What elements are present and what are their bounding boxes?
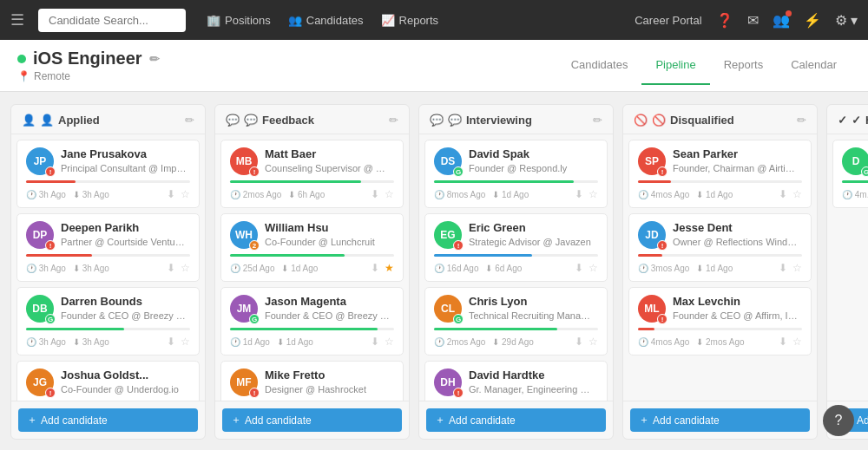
card-times: 🕐 2mos Ago ⬇ 29d Ago: [434, 337, 534, 347]
candidate-card[interactable]: MB ! Matt Baer Counseling Supervisor @ T…: [220, 140, 404, 208]
help-icon[interactable]: ❓: [716, 12, 733, 29]
star-empty-icon[interactable]: ☆: [792, 262, 802, 274]
download-icon[interactable]: ⬇: [779, 262, 787, 274]
candidate-card[interactable]: EG ! Eric Green Strategic Advisor @ Java…: [424, 213, 608, 282]
card-role: Partner @ Courtside Ventures: [61, 236, 187, 248]
star-empty-icon[interactable]: ☆: [589, 262, 598, 274]
download-icon[interactable]: ⬇: [779, 336, 787, 348]
add-candidate-btn-interviewing[interactable]: ＋ Add candidate: [426, 408, 606, 432]
candidate-card[interactable]: DH ! David Hardtke Gr. Manager, Engineer…: [424, 361, 608, 401]
card-meta: 🕐 3h Ago ⬇ 3h Ago ⬇ ☆: [26, 336, 190, 348]
download-icon[interactable]: ⬇: [371, 262, 379, 274]
column-header-applied: 👤 Applied ✏: [11, 105, 205, 134]
col-icon-applied: 👤: [40, 114, 54, 127]
settings-icon[interactable]: ⚙ ▾: [835, 12, 858, 29]
candidate-card[interactable]: JM G Jason Magenta Founder & CEO @ Breez…: [220, 287, 404, 355]
search-input[interactable]: [38, 9, 186, 32]
star-empty-icon[interactable]: ☆: [181, 336, 190, 348]
download-icon[interactable]: ⬇: [167, 262, 175, 274]
download-icon[interactable]: ⬇: [167, 188, 175, 200]
column-edit-applied[interactable]: ✏: [185, 114, 194, 127]
time-ago-2: ⬇ 6h Ago: [288, 190, 325, 199]
star-empty-icon[interactable]: ☆: [589, 188, 598, 200]
kanban-board: 👤 Applied ✏ JP ! Jane Prusakova Principa…: [0, 92, 868, 450]
tab-candidates[interactable]: Candidates: [557, 46, 642, 85]
card-role: Founder & CEO @ Affirm, Inc.: [673, 310, 799, 322]
column-edit-feedback[interactable]: ✏: [389, 114, 398, 127]
star-empty-icon[interactable]: ☆: [181, 262, 190, 274]
mail-icon[interactable]: ✉: [747, 12, 759, 29]
avatar: JD !: [638, 221, 666, 249]
candidate-card[interactable]: MF ! Mike Fretto Designer @ Hashrocket 🕐…: [220, 361, 404, 401]
column-edit-disqualified[interactable]: ✏: [797, 114, 806, 127]
add-candidate-btn-disqualified[interactable]: ＋ Add candidate: [630, 408, 810, 432]
card-info: Chris Lyon Technical Recruiting Manager …: [469, 295, 598, 322]
top-nav: ☰ 🏢 Positions 👥 Candidates 📈 Reports Car…: [0, 0, 868, 40]
progress-fill: [26, 180, 76, 183]
candidate-card[interactable]: WH 2 William Hsu Co-Founder @ Lunchcruit…: [220, 213, 404, 282]
menu-icon[interactable]: ☰: [10, 10, 24, 29]
candidate-card[interactable]: D G Dav... Co-Fo... 🕐 4m... ⬇ ☆: [832, 140, 868, 208]
tab-reports[interactable]: Reports: [710, 46, 778, 85]
progress-bar: [638, 328, 802, 330]
badge: !: [249, 388, 260, 398]
reports-link[interactable]: 📈 Reports: [381, 14, 439, 27]
card-info: Mike Fretto Designer @ Hashrocket: [265, 368, 394, 395]
card-actions: ⬇ ☆: [575, 188, 598, 200]
star-empty-icon[interactable]: ☆: [792, 336, 802, 348]
team-icon[interactable]: 👥: [773, 12, 790, 29]
positions-link[interactable]: 🏢 Positions: [207, 14, 271, 27]
download-icon[interactable]: ⬇: [371, 336, 379, 348]
bolt-icon[interactable]: ⚡: [804, 12, 821, 29]
download-icon[interactable]: ⬇: [575, 188, 583, 200]
badge: !: [249, 166, 260, 177]
column-edit-interviewing[interactable]: ✏: [593, 114, 602, 127]
tab-pipeline[interactable]: Pipeline: [641, 46, 709, 85]
candidate-card[interactable]: JG ! Joshua Goldst... Co-Founder @ Under…: [16, 361, 200, 401]
time-ago-1: 🕐 16d Ago: [434, 264, 478, 273]
avatar: SP !: [638, 147, 666, 175]
card-name: William Hsu: [265, 221, 394, 235]
card-actions: ⬇ ☆: [371, 336, 394, 348]
edit-icon[interactable]: ✏: [149, 52, 160, 66]
candidate-card[interactable]: DP ! Deepen Parikh Partner @ Courtside V…: [16, 213, 200, 282]
add-candidate-btn-applied[interactable]: ＋ Add candidate: [18, 408, 198, 432]
time-ago-2: ⬇ 3h Ago: [73, 190, 109, 199]
card-actions: ⬇ ☆: [167, 188, 190, 200]
download-icon[interactable]: ⬇: [167, 336, 175, 348]
star-filled-icon[interactable]: ★: [385, 262, 394, 274]
job-location: 📍 Remote: [17, 70, 557, 82]
add-candidate-btn-feedback[interactable]: ＋ Add candidate: [222, 408, 402, 432]
card-actions: ⬇ ☆: [167, 262, 190, 274]
career-portal-link[interactable]: Career Portal: [635, 14, 701, 27]
candidate-card[interactable]: ML ! Max Levchin Founder & CEO @ Affirm,…: [628, 287, 812, 355]
time-ago-1: 🕐 25d Ago: [230, 264, 274, 273]
col-icon-feedback: 💬: [244, 114, 258, 127]
star-empty-icon[interactable]: ☆: [589, 336, 598, 348]
star-empty-icon[interactable]: ☆: [792, 188, 802, 200]
progress-fill: [230, 254, 345, 257]
candidate-card[interactable]: DB G Darren Bounds Founder & CEO @ Breez…: [16, 287, 200, 355]
star-empty-icon[interactable]: ☆: [385, 336, 394, 348]
download-icon[interactable]: ⬇: [575, 262, 583, 274]
download-icon[interactable]: ⬇: [575, 336, 583, 348]
tab-calendar[interactable]: Calendar: [777, 46, 851, 85]
progress-bar: [26, 180, 190, 183]
column-body-applied: JP ! Jane Prusakova Principal Consultant…: [11, 134, 205, 401]
candidate-card[interactable]: JD ! Jesse Dent Owner @ Reflections Wind…: [628, 213, 812, 282]
candidates-link[interactable]: 👥 Candidates: [288, 14, 364, 27]
download-icon[interactable]: ⬇: [371, 188, 379, 200]
candidate-card[interactable]: SP ! Sean Parker Founder, Chairman @ Air…: [628, 140, 812, 208]
time-ago-2: ⬇ 3h Ago: [73, 337, 109, 347]
candidate-card[interactable]: CL G Chris Lyon Technical Recruiting Man…: [424, 287, 608, 355]
star-empty-icon[interactable]: ☆: [181, 188, 190, 200]
candidate-card[interactable]: JP ! Jane Prusakova Principal Consultant…: [16, 140, 200, 208]
help-button[interactable]: ?: [823, 405, 854, 436]
candidate-card[interactable]: DS G David Spak Founder @ Respond.ly 🕐 8…: [424, 140, 608, 208]
progress-bar: [230, 180, 394, 183]
star-empty-icon[interactable]: ☆: [385, 188, 394, 200]
avatar: EG !: [434, 221, 462, 249]
card-role: Designer @ Hashrocket: [265, 383, 391, 395]
card-meta: 🕐 4m... ⬇ ☆: [842, 188, 868, 200]
download-icon[interactable]: ⬇: [779, 188, 787, 200]
